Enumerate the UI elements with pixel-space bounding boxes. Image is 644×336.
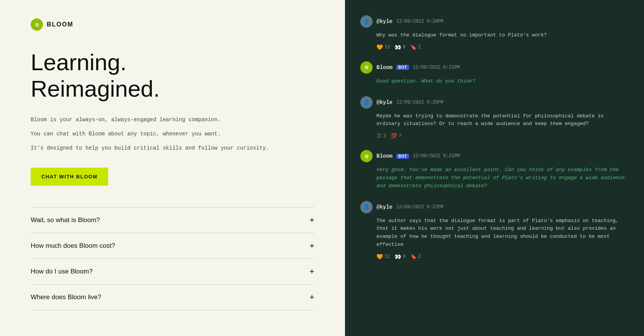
message-content-4: Very good. You've made an excellent poin… bbox=[376, 166, 629, 190]
message-header-5: 👤 @kyle 12/09/2022 9:22PM bbox=[360, 201, 629, 213]
bloom-logo-icon: ✿ bbox=[31, 18, 43, 31]
reaction-emoji-5-3: 🔖 bbox=[410, 254, 417, 260]
message-header-4: ✿ Bloom BOT 12/09/2022 9:21PM bbox=[360, 150, 629, 162]
faq-section: Wait, so what is Bloom? + How much does … bbox=[31, 207, 314, 310]
reaction-count-3-2: 7 bbox=[399, 133, 401, 139]
faq-expand-icon-3: + bbox=[309, 267, 314, 277]
hero-desc-2: You can chat with Bloom about any topic,… bbox=[31, 130, 314, 138]
faq-expand-icon-2: + bbox=[309, 241, 314, 251]
reaction-3-1: 🗒 3 bbox=[376, 133, 386, 139]
faq-expand-icon-4: + bbox=[309, 292, 314, 302]
timestamp-5: 12/09/2022 9:22PM bbox=[396, 204, 443, 210]
reaction-1-2: 👀 9 bbox=[394, 44, 405, 51]
faq-item-2[interactable]: How much does Bloom cost? + bbox=[31, 233, 314, 259]
timestamp-4: 12/09/2022 9:21PM bbox=[413, 153, 460, 159]
reactions-1: 🧡 12 👀 9 🔖 2 bbox=[376, 44, 629, 51]
logo-text: BLOOM bbox=[47, 21, 74, 28]
reaction-emoji-3-1: 🗒 bbox=[376, 133, 382, 139]
message-group-1: 👤 @kyle 12/09/2022 9:20PM Why was the di… bbox=[360, 15, 629, 51]
right-panel: 👤 @kyle 12/09/2022 9:20PM Why was the di… bbox=[345, 0, 644, 336]
hero-desc-3: It's designed to help you build critical… bbox=[31, 144, 314, 152]
reactions-3: 🗒 3 💯 7 bbox=[376, 133, 629, 139]
message-content-3: Maybe he was trying to demonstrate the p… bbox=[376, 112, 629, 128]
bloom-avatar-icon-2: ✿ bbox=[365, 153, 369, 159]
reaction-count-3-1: 3 bbox=[383, 133, 386, 139]
reaction-count-1-1: 12 bbox=[384, 44, 390, 50]
message-content-1: Why was the dialogue format so important… bbox=[376, 31, 629, 40]
bloom-avatar-icon-1: ✿ bbox=[365, 64, 369, 70]
faq-question-3: How do I use Bloom? bbox=[31, 268, 93, 275]
message-header-2: ✿ Bloom BOT 12/09/2022 9:21PM bbox=[360, 61, 629, 74]
reaction-5-2: 👀 9 bbox=[394, 254, 405, 260]
message-group-3: 👤 @kyle 12/09/2022 9:20PM Maybe he was t… bbox=[360, 96, 629, 140]
message-header-3: 👤 @kyle 12/09/2022 9:20PM bbox=[360, 96, 629, 109]
username-5: @kyle bbox=[376, 204, 393, 210]
avatar-icon-1: 👤 bbox=[363, 19, 370, 25]
avatar-kyle-1: 👤 bbox=[360, 15, 373, 28]
reaction-5-1: 🧡 12 bbox=[376, 254, 390, 260]
faq-question-2: How much does Bloom cost? bbox=[31, 242, 115, 250]
reaction-count-5-3: 2 bbox=[418, 254, 421, 259]
reaction-emoji-3-2: 💯 bbox=[391, 133, 397, 139]
username-4: Bloom bbox=[376, 153, 393, 159]
faq-question-1: Wait, so what is Bloom? bbox=[31, 216, 100, 224]
reaction-emoji-1-2: 👀 bbox=[394, 44, 401, 51]
bot-badge-2: BOT bbox=[396, 154, 409, 159]
reaction-count-5-2: 9 bbox=[402, 254, 405, 259]
left-panel: ✿ BLOOM Learning. Reimagined. Bloom is y… bbox=[0, 0, 345, 336]
avatar-kyle-2: 👤 bbox=[360, 96, 373, 109]
faq-expand-icon-1: + bbox=[309, 215, 314, 225]
avatar-bloom-1: ✿ bbox=[360, 61, 373, 74]
timestamp-1: 12/09/2022 9:20PM bbox=[396, 19, 443, 24]
hero-title: Learning. Reimagined. bbox=[31, 49, 314, 102]
username-2: Bloom bbox=[376, 64, 393, 71]
reaction-emoji-5-2: 👀 bbox=[394, 254, 401, 260]
faq-item-1[interactable]: Wait, so what is Bloom? + bbox=[31, 207, 314, 233]
reactions-5: 🧡 12 👀 9 🔖 2 bbox=[376, 254, 629, 260]
reaction-emoji-1-3: 🔖 bbox=[410, 44, 417, 51]
message-group-2: ✿ Bloom BOT 12/09/2022 9:21PM Good quest… bbox=[360, 61, 629, 86]
chat-with-bloom-button[interactable]: CHAT WITH BLOOM bbox=[31, 168, 108, 186]
bot-badge-1: BOT bbox=[396, 65, 409, 70]
avatar-kyle-3: 👤 bbox=[360, 201, 373, 213]
reaction-emoji-1-1: 🧡 bbox=[376, 44, 383, 51]
reaction-count-1-3: 2 bbox=[418, 44, 421, 50]
hero-description: Bloom is your always-on, always-engaged … bbox=[31, 116, 314, 152]
timestamp-2: 12/09/2022 9:21PM bbox=[413, 65, 460, 70]
faq-item-3[interactable]: How do I use Bloom? + bbox=[31, 259, 314, 284]
avatar-icon-3: 👤 bbox=[363, 99, 370, 105]
message-group-5: 👤 @kyle 12/09/2022 9:22PM The author say… bbox=[360, 201, 629, 260]
bloom-icon-symbol: ✿ bbox=[35, 22, 39, 28]
username-1: @kyle bbox=[376, 18, 393, 25]
reaction-count-1-2: 9 bbox=[402, 44, 405, 50]
reaction-3-2: 💯 7 bbox=[391, 133, 401, 139]
message-header-1: 👤 @kyle 12/09/2022 9:20PM bbox=[360, 15, 629, 28]
avatar-icon-5: 👤 bbox=[363, 204, 370, 210]
hero-desc-1: Bloom is your always-on, always-engaged … bbox=[31, 116, 314, 124]
username-3: @kyle bbox=[376, 99, 393, 105]
reaction-count-5-1: 12 bbox=[384, 254, 390, 259]
faq-question-4: Where does Bloom live? bbox=[31, 293, 101, 301]
reaction-5-3: 🔖 2 bbox=[410, 254, 421, 260]
faq-item-4[interactable]: Where does Bloom live? + bbox=[31, 284, 314, 310]
avatar-bloom-2: ✿ bbox=[360, 150, 373, 162]
reaction-1-3: 🔖 2 bbox=[410, 44, 421, 51]
message-group-4: ✿ Bloom BOT 12/09/2022 9:21PM Very good.… bbox=[360, 150, 629, 190]
message-content-5: The author says that the dialogue format… bbox=[376, 217, 629, 249]
logo-area: ✿ BLOOM bbox=[31, 18, 314, 31]
message-content-2: Good question. What do you think? bbox=[376, 77, 629, 86]
reaction-1-1: 🧡 12 bbox=[376, 44, 390, 51]
reaction-emoji-5-1: 🧡 bbox=[376, 254, 383, 260]
timestamp-3: 12/09/2022 9:20PM bbox=[396, 100, 443, 105]
